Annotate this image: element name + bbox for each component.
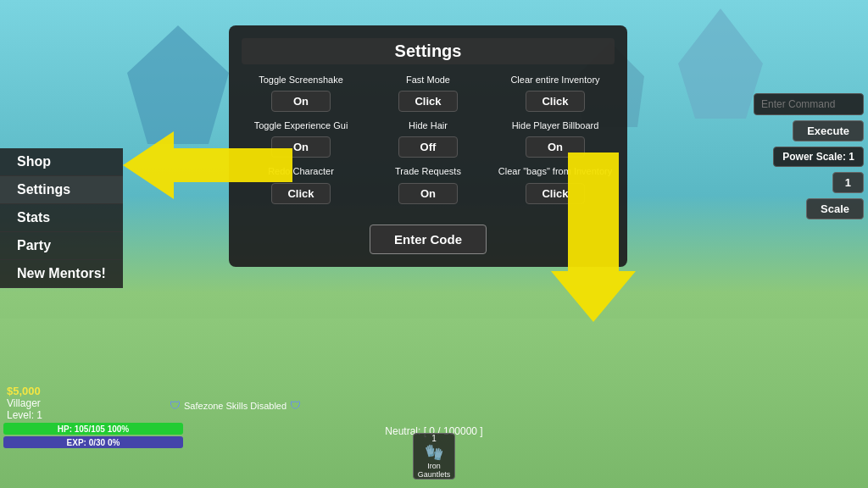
hud-money: $5,000: [7, 385, 186, 397]
left-sidebar: Shop Settings Stats Party New Mentors!: [0, 148, 123, 288]
settings-title: Settings: [242, 38, 615, 64]
shield-icon-left: 🛡: [170, 399, 181, 412]
exp-bar-container: EXP: 0/30 0%: [3, 436, 183, 448]
cell-toggle-screenshake: Toggle Screenshake On: [242, 75, 360, 112]
power-scale-label: Power Scale: 1: [773, 147, 864, 167]
execute-btn[interactable]: Execute: [793, 120, 864, 141]
sidebar-item-settings[interactable]: Settings: [0, 176, 123, 204]
hud-class: Villager: [7, 397, 186, 409]
fast-mode-btn[interactable]: Click: [398, 91, 458, 112]
item-name: Iron Gauntlets: [414, 462, 454, 479]
toggle-screenshake-label: Toggle Screenshake: [259, 75, 343, 86]
cell-fast-mode: Fast Mode Click: [369, 75, 487, 112]
safezone-text: 🛡 Safezone Skills Disabled 🛡: [170, 399, 301, 412]
hide-player-billboard-label: Hide Player Billboard: [512, 120, 599, 131]
hide-hair-btn[interactable]: Off: [398, 136, 458, 158]
sidebar-item-party[interactable]: Party: [0, 232, 123, 260]
item-slot: 1 🧤 Iron Gauntlets: [413, 433, 455, 480]
enter-command-input[interactable]: [754, 93, 864, 115]
sidebar-item-new-mentors[interactable]: New Mentors!: [0, 260, 123, 288]
clear-inventory-btn[interactable]: Click: [526, 91, 585, 112]
exp-bar-text: EXP: 0/30 0%: [67, 438, 120, 447]
hp-bar: HP: 105/105 100%: [3, 423, 183, 435]
svg-marker-0: [123, 131, 292, 199]
exp-bar: EXP: 0/30 0%: [3, 436, 183, 448]
trade-requests-btn[interactable]: On: [398, 183, 458, 204]
sidebar-item-stats[interactable]: Stats: [0, 204, 123, 232]
hide-hair-label: Hide Hair: [409, 120, 448, 131]
trade-requests-label: Trade Requests: [395, 166, 461, 177]
arrow-left: [123, 131, 292, 199]
hp-bar-text: HP: 105/105 100%: [58, 424, 130, 434]
clear-inventory-label: Clear entire Inventory: [510, 75, 599, 86]
cell-trade-requests: Trade Requests On: [369, 166, 487, 203]
item-count: 1: [431, 434, 437, 443]
toggle-screenshake-btn[interactable]: On: [271, 91, 331, 112]
power-scale-value: 1: [832, 172, 864, 193]
shield-icon-right: 🛡: [290, 399, 301, 412]
scale-btn[interactable]: Scale: [806, 198, 864, 219]
arrow-down: [551, 152, 636, 322]
right-panel: Execute Power Scale: 1 1 Scale: [754, 93, 864, 219]
svg-marker-1: [551, 152, 636, 322]
sidebar-item-shop[interactable]: Shop: [0, 148, 123, 176]
toggle-exp-gui-label: Toggle Experience Gui: [254, 120, 348, 131]
bottom-hud: $5,000 Villager Level: 1 HP: 105/105 100…: [0, 385, 186, 450]
enter-code-btn[interactable]: Enter Code: [370, 225, 487, 254]
safezone-label: Safezone Skills Disabled: [184, 401, 287, 411]
cell-clear-inventory: Clear entire Inventory Click: [496, 75, 615, 112]
cell-hide-hair: Hide Hair Off: [369, 120, 487, 158]
hud-level: Level: 1: [7, 409, 186, 421]
fast-mode-label: Fast Mode: [406, 75, 450, 86]
hp-bar-container: HP: 105/105 100%: [3, 423, 183, 435]
